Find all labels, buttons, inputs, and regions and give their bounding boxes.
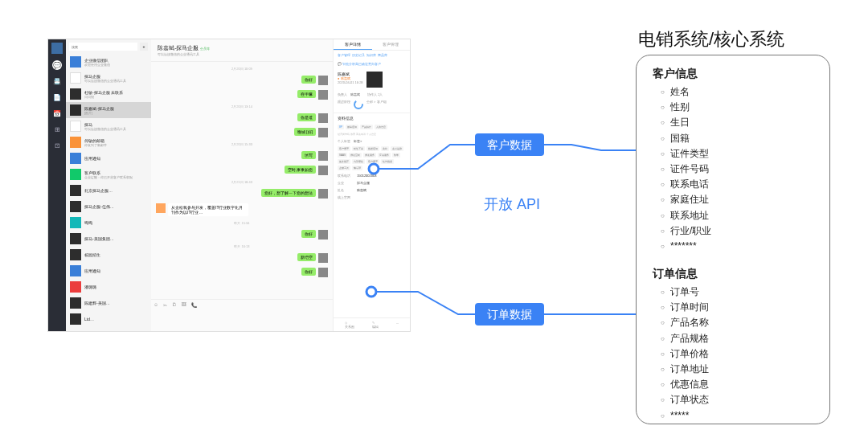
tag[interactable]: 人物信息 bbox=[375, 125, 387, 129]
nav-rail: 💬 📇 📄 📅 ⊞ ⊡ bbox=[48, 39, 66, 331]
msg-out: 你好 bbox=[156, 230, 328, 240]
tag[interactable]: 会员答题 bbox=[391, 146, 403, 151]
order-badge bbox=[475, 303, 544, 326]
chat-list-item[interactable]: 北京探马企服… bbox=[66, 182, 151, 199]
customer-fields: 姓名性别生日国籍证件类型证件号码联系电话家庭住址联系地址行业/职业******* bbox=[653, 84, 813, 254]
list-item: 优惠信息 bbox=[661, 377, 813, 392]
timestamp: 昨天 16:13 bbox=[156, 244, 328, 248]
tag[interactable]: 美印 bbox=[381, 146, 389, 151]
order-header: 订单信息 bbox=[653, 267, 813, 281]
relation-icon[interactable]: ◇关系图 bbox=[345, 321, 354, 329]
search-input[interactable] bbox=[69, 43, 137, 51]
image-icon[interactable]: 🖼 bbox=[182, 302, 186, 308]
tag[interactable]: 客户管理 bbox=[338, 146, 350, 151]
chat-list-item[interactable]: Ltd… bbox=[66, 311, 151, 327]
tag[interactable]: 数学 bbox=[392, 153, 400, 158]
list-item: 订单价格 bbox=[661, 346, 813, 362]
list-item: 国籍 bbox=[661, 131, 813, 146]
list-item: 订单状态 bbox=[661, 392, 813, 407]
apps-icon[interactable]: ⊡ bbox=[52, 141, 62, 150]
emoji-icon[interactable]: ☺ bbox=[154, 302, 158, 308]
chat-list-item[interactable]: 杜敏-探马企服 未联系周周报 bbox=[66, 86, 151, 102]
list-item: 订单地址 bbox=[661, 362, 813, 377]
chat-list-item[interactable]: 何敏的邮箱你收到了新邮件 bbox=[66, 134, 151, 150]
chat-title: 陈嘉斌-探马企服 bbox=[158, 45, 199, 51]
company-value: 探马企服 bbox=[357, 181, 370, 185]
timestamp: 2月21日 18:43 bbox=[156, 180, 328, 184]
chat-list-item[interactable]: 客户联系企业提醒：你已开启客户联系权限 bbox=[66, 166, 151, 182]
chat-icon[interactable]: 💬 bbox=[52, 60, 62, 70]
tag[interactable]: 辅导班 bbox=[352, 166, 362, 170]
workbench-icon[interactable]: ⊞ bbox=[52, 125, 62, 134]
tag[interactable]: 应用服务 bbox=[378, 153, 391, 158]
doc-icon[interactable]: 📄 bbox=[52, 92, 62, 102]
customer-badge-text: 客户数据 bbox=[487, 138, 532, 151]
list-item: ******* bbox=[661, 239, 813, 254]
list-item: 家庭住址 bbox=[661, 192, 813, 207]
customer-panel: 客户详情 客户管理 客户管理 历史记录 知识库 商品库 💬 智能分析离已确定意向… bbox=[333, 39, 410, 331]
chat-list-item[interactable]: 探马企服可以连接微信的企业通讯工具 bbox=[66, 70, 151, 86]
list-item: 证件号码 bbox=[661, 162, 813, 177]
chat-main: 陈嘉斌-探马企服 全员等 可以连接微信的企业通讯工具 2月20日 10:09 你… bbox=[151, 39, 333, 331]
list-item: 生日 bbox=[661, 115, 813, 130]
list-item: 性别 bbox=[661, 100, 813, 115]
input-toolbar: ☺ ✂ 🗋 🖼 📞 bbox=[154, 302, 330, 308]
tag[interactable]: 图文推荐 bbox=[338, 159, 350, 164]
tag[interactable]: BP bbox=[338, 125, 344, 129]
tab-detail[interactable]: 客户详情 bbox=[334, 39, 372, 50]
tag[interactable]: 群发营销 bbox=[349, 153, 362, 158]
chat-body: 2月20日 10:09 你好 在干嘛 2月20日 13:14 你是谁 晚城 [好… bbox=[151, 62, 333, 299]
tag[interactable]: 推送通知 bbox=[366, 146, 379, 151]
chat-list: + 企业微信团队欢迎使用企业微信探马企服可以连接微信的企业通讯工具杜敏-探马企服… bbox=[66, 39, 151, 331]
list-item: 联系电话 bbox=[661, 177, 813, 192]
chat-list-item[interactable]: 探马企服-任伟… bbox=[66, 199, 151, 215]
contacts-icon[interactable]: 📇 bbox=[52, 76, 62, 86]
timestamp: 2月20日 13:14 bbox=[156, 104, 328, 108]
tag[interactable]: 企微工具 bbox=[338, 166, 350, 170]
scissors-icon[interactable]: ✂ bbox=[163, 302, 167, 308]
chat-list-item[interactable]: 探马-美国集团… bbox=[66, 231, 151, 247]
tag[interactable]: 红包推送 bbox=[381, 159, 394, 164]
msg-out: 你好 bbox=[156, 76, 328, 85]
file-icon[interactable]: 🗋 bbox=[172, 302, 177, 308]
chat-list-item[interactable]: 企业微信团队欢迎使用企业微信 bbox=[66, 54, 151, 70]
edit-icon[interactable]: ✎编辑 bbox=[372, 321, 379, 329]
phone-icon[interactable]: 📞 bbox=[191, 302, 197, 308]
tag[interactable]: SAAS bbox=[338, 153, 347, 158]
timestamp: 2月20日 10:09 bbox=[156, 67, 328, 71]
chat-list-item[interactable]: 探马可以连接微信的企业通讯工具 bbox=[66, 118, 151, 134]
new-chat-button[interactable]: + bbox=[140, 43, 148, 51]
list-item: 姓名 bbox=[661, 84, 813, 100]
list-item: ***** bbox=[661, 408, 813, 424]
chat-list-item[interactable]: 陈建辉-美国… bbox=[66, 295, 151, 311]
chat-list-item[interactable]: 校园招生 bbox=[66, 247, 151, 263]
more-icon[interactable]: ... bbox=[396, 321, 399, 329]
msg-out: 新增空 bbox=[156, 253, 328, 263]
customer-line-right bbox=[544, 145, 636, 150]
chat-input[interactable]: ☺ ✂ 🗋 🖼 📞 bbox=[151, 299, 333, 331]
msg-in: 从金松氧参与开发，覆盖IT行业数字化月刊作为以IT行业… bbox=[156, 203, 328, 216]
tag[interactable]: 客户管理 bbox=[366, 159, 379, 164]
chat-list-item[interactable]: 应用通知 bbox=[66, 263, 151, 279]
chat-list-item[interactable]: 应用通知 bbox=[66, 150, 151, 166]
msg-out: 在干嘛 bbox=[156, 90, 328, 100]
tag[interactable]: 销售下单 bbox=[352, 146, 365, 151]
list-item: 订单时间 bbox=[661, 300, 813, 315]
calendar-icon[interactable]: 📅 bbox=[52, 108, 62, 118]
chat-list-item[interactable]: 潘璐璐 bbox=[66, 279, 151, 295]
msg-out: 空时,事事如您 bbox=[156, 166, 328, 175]
user-avatar[interactable] bbox=[51, 43, 63, 54]
chat-list-item[interactable]: 鸣鸣 bbox=[66, 215, 151, 231]
chat-list-item[interactable]: 陈嘉斌-探马企服[图片] bbox=[66, 102, 151, 118]
tag[interactable]: 内部管控 bbox=[352, 159, 365, 164]
list-item: 证件类型 bbox=[661, 146, 813, 162]
tag[interactable]: 微课通知 bbox=[346, 125, 358, 129]
tag[interactable]: 群发服务 bbox=[363, 153, 376, 158]
wework-app: 💬 📇 📄 📅 ⊞ ⊡ + 企业微信团队欢迎使用企业微信探马企服可以连接微信的企… bbox=[47, 39, 411, 332]
tab-manage[interactable]: 客户管理 bbox=[372, 39, 411, 50]
list-item: 行业/职业 bbox=[661, 223, 813, 239]
order-fields: 订单号订单时间产品名称产品规格订单价格订单地址优惠信息订单状态***** bbox=[653, 285, 813, 424]
tag[interactable]: 产品操作 bbox=[360, 125, 373, 129]
svg-point-0 bbox=[354, 100, 362, 108]
date: 2020-04-01 16:28 bbox=[338, 80, 363, 84]
